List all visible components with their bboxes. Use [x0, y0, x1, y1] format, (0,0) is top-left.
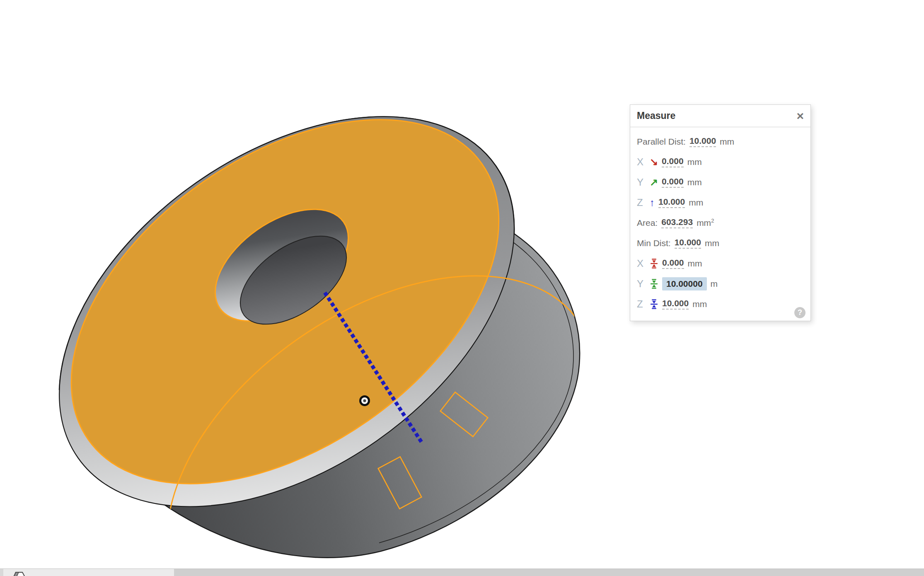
- parallel-y-value[interactable]: 0.000: [662, 177, 684, 188]
- measure-row-area: Area: 603.293 mm2: [630, 213, 810, 233]
- min-y-value-input[interactable]: 10.00000: [662, 277, 707, 290]
- tab-bar-left-edge: [0, 569, 3, 576]
- parallel-dist-unit: mm: [720, 137, 734, 147]
- close-icon[interactable]: ×: [796, 110, 804, 122]
- measure-row-min-dist: Min Dist: 10.000 mm: [630, 233, 810, 253]
- bottom-tab-bar: [0, 569, 924, 576]
- min-x-value[interactable]: 0.000: [662, 258, 684, 269]
- parallel-z-value[interactable]: 10.000: [658, 197, 685, 208]
- measure-row-parallel-x: X ↘ 0.000 mm: [630, 152, 810, 172]
- parallel-dist-value[interactable]: 10.000: [689, 136, 716, 147]
- help-icon[interactable]: ?: [794, 307, 805, 318]
- measure-row-parallel-z: Z ↑ 10.000 mm: [630, 192, 810, 213]
- converge-vertical-icon: [650, 278, 658, 289]
- measure-row-parallel-y: Y ↗ 0.000 mm: [630, 172, 810, 192]
- area-value[interactable]: 603.293: [661, 217, 693, 228]
- z-axis-label: Z: [637, 298, 646, 310]
- area-unit: mm2: [697, 218, 714, 228]
- area-label: Area:: [637, 218, 658, 228]
- x-axis-label: X: [637, 258, 646, 269]
- arrow-up-right-icon: ↗: [650, 177, 658, 187]
- min-dist-value[interactable]: 10.000: [675, 237, 701, 249]
- part-studio-icon: [13, 571, 26, 576]
- active-part-studio-tab[interactable]: [3, 569, 174, 576]
- measure-panel: Measure × Parallel Dist: 10.000 mm X ↘ 0…: [630, 104, 811, 321]
- measure-row-min-y: Y 10.00000 m: [630, 273, 810, 294]
- x-axis-label: X: [637, 156, 646, 168]
- min-z-value[interactable]: 10.000: [662, 298, 689, 310]
- converge-vertical-icon: [650, 299, 658, 310]
- y-axis-label: Y: [637, 278, 646, 290]
- z-axis-label: Z: [637, 197, 646, 208]
- parallel-x-value[interactable]: 0.000: [662, 156, 684, 167]
- measure-row-min-x: X 0.000 mm: [630, 253, 810, 273]
- y-axis-label: Y: [637, 177, 646, 188]
- converge-vertical-icon: [650, 258, 658, 269]
- arrow-down-right-icon: ↘: [650, 157, 658, 167]
- min-dist-label: Min Dist:: [637, 238, 671, 248]
- measure-row-parallel-dist: Parallel Dist: 10.000 mm: [630, 131, 810, 152]
- measure-row-min-z: Z 10.000 mm: [630, 294, 810, 314]
- origin-point-marker[interactable]: [359, 395, 370, 406]
- parallel-dist-label: Parallel Dist:: [637, 137, 686, 147]
- arrow-up-icon: ↑: [650, 198, 655, 208]
- measure-panel-title: Measure: [637, 110, 675, 121]
- measure-panel-header: Measure ×: [630, 105, 810, 127]
